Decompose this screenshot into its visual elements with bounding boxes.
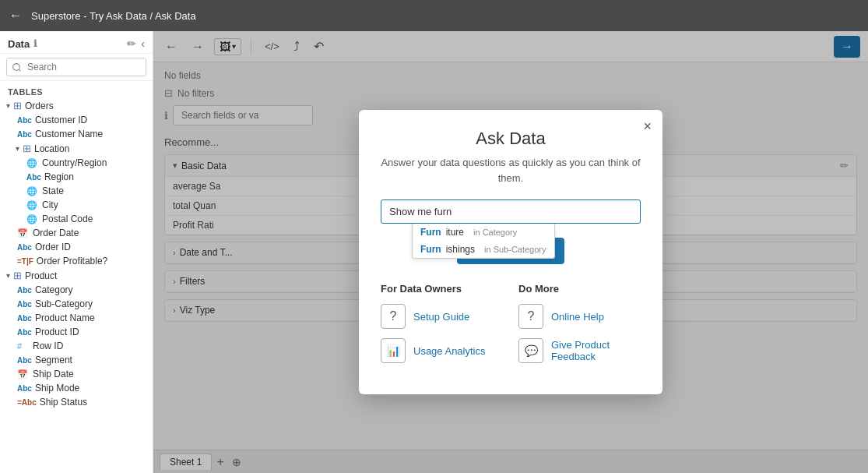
field-product-name[interactable]: Abc Product Name — [0, 311, 153, 325]
data-label: Data — [8, 38, 30, 50]
globe-icon: 🌐 — [26, 158, 39, 168]
usage-analytics-link[interactable]: 📊 Usage Analytics — [381, 338, 503, 363]
field-ship-mode[interactable]: Abc Ship Mode — [0, 381, 153, 395]
autocomplete-rest: iture — [446, 227, 464, 238]
field-label: Country/Region — [42, 157, 107, 168]
field-customer-name[interactable]: Abc Customer Name — [0, 127, 153, 141]
abc-icon: Abc — [17, 243, 32, 252]
modal-close-button[interactable]: × — [643, 119, 652, 133]
field-sub-category[interactable]: Abc Sub-Category — [0, 297, 153, 311]
field-ship-date[interactable]: 📅 Ship Date — [0, 367, 153, 381]
field-region[interactable]: Abc Region — [0, 170, 153, 184]
sidebar-search — [0, 54, 153, 81]
field-label: Order Profitable? — [37, 256, 107, 267]
abc-icon: Abc — [17, 116, 32, 125]
give-feedback-icon: 💬 — [518, 338, 543, 363]
field-order-profitable[interactable]: =T|F Order Profitable? — [0, 254, 153, 268]
field-product-id[interactable]: Abc Product ID — [0, 325, 153, 339]
give-feedback-link[interactable]: 💬 Give Product Feedback — [518, 338, 641, 363]
sidebar: Data ℹ ✏ ‹ Tables ▾ ⊞ Orders Abc Custome… — [0, 31, 153, 473]
sidebar-header-label: Data ℹ — [8, 38, 37, 50]
field-label: Product Name — [35, 312, 95, 323]
field-label: Segment — [35, 355, 72, 365]
field-postal-code[interactable]: 🌐 Postal Code — [0, 212, 153, 226]
sidebar-scroll: Tables ▾ ⊞ Orders Abc Customer ID Abc Cu… — [0, 81, 153, 473]
content-area: ← → 🖼 ▾ </> ⤴ ↶ → No fields ⊟ No filters… — [153, 31, 868, 473]
field-label: Order ID — [35, 242, 71, 252]
abc-icon: Abc — [17, 286, 32, 295]
hash-icon: # — [17, 341, 30, 351]
field-label: Order Date — [33, 228, 79, 238]
abc-icon: Abc — [17, 314, 32, 323]
online-help-link[interactable]: ? Online Help — [518, 304, 641, 329]
field-label: Ship Mode — [35, 383, 79, 394]
sidebar-header: Data ℹ ✏ ‹ — [0, 31, 153, 54]
product-group-icon: ⊞ — [13, 270, 22, 281]
autocomplete-category-2: in Sub-Category — [484, 245, 546, 254]
globe-icon: 🌐 — [26, 214, 39, 224]
abc-icon: Abc — [17, 300, 32, 309]
field-label: Region — [44, 171, 74, 182]
info-icon[interactable]: ℹ — [33, 38, 37, 49]
modal-search-container: Furniture in Category Furnishings in Sub… — [381, 199, 641, 224]
online-help-icon: ? — [518, 304, 543, 329]
field-ship-status[interactable]: =Abc Ship Status — [0, 395, 153, 409]
edit-icon[interactable]: ✏ — [127, 37, 136, 50]
autocomplete-item-furnishings[interactable]: Furnishings in Sub-Category — [413, 241, 554, 258]
topbar: ← Superstore - Try Ask Data / Ask Data — [0, 0, 868, 31]
globe-icon: 🌐 — [26, 186, 39, 196]
setup-guide-link[interactable]: ? Setup Guide — [381, 304, 503, 329]
for-data-owners-title: For Data Owners — [381, 283, 503, 295]
field-label: Postal Code — [42, 214, 93, 224]
field-order-id[interactable]: Abc Order ID — [0, 240, 153, 254]
habc-icon: =Abc — [17, 398, 37, 407]
field-state[interactable]: 🌐 State — [0, 184, 153, 198]
abc-icon: Abc — [17, 328, 32, 337]
field-label: Sub-Category — [35, 298, 93, 309]
autocomplete-item-furniture[interactable]: Furniture in Category — [413, 224, 554, 241]
back-icon[interactable]: ← — [9, 9, 22, 23]
field-country-region[interactable]: 🌐 Country/Region — [0, 156, 153, 170]
setup-guide-label: Setup Guide — [413, 311, 469, 323]
orders-group-icon: ⊞ — [13, 100, 22, 111]
field-city[interactable]: 🌐 City — [0, 198, 153, 212]
search-input[interactable] — [6, 58, 146, 76]
usage-analytics-label: Usage Analytics — [413, 345, 486, 357]
autocomplete-rest-2: ishings — [446, 244, 475, 255]
field-segment[interactable]: Abc Segment — [0, 353, 153, 367]
setup-guide-icon: ? — [381, 304, 406, 329]
orders-group-header[interactable]: ▾ ⊞ Orders — [0, 98, 153, 113]
product-group-label: Product — [25, 270, 57, 281]
location-group-label: Location — [34, 143, 69, 154]
field-label: Row ID — [33, 341, 63, 351]
modal-subtitle: Answer your data questions as quickly as… — [381, 155, 641, 185]
globe-icon: 🌐 — [26, 200, 39, 210]
location-group-header[interactable]: ▾ ⊞ Location — [0, 141, 153, 156]
field-customer-id[interactable]: Abc Customer ID — [0, 113, 153, 127]
do-more-title: Do More — [518, 283, 641, 295]
autocomplete-category: in Category — [473, 228, 517, 237]
location-group-icon: ⊞ — [23, 143, 31, 154]
modal-search-input[interactable] — [381, 199, 641, 224]
ask-data-modal: × Ask Data Answer your data questions as… — [359, 110, 662, 394]
product-group-header[interactable]: ▾ ⊞ Product — [0, 268, 153, 283]
field-order-date[interactable]: 📅 Order Date — [0, 226, 153, 240]
main-layout: Data ℹ ✏ ‹ Tables ▾ ⊞ Orders Abc Custome… — [0, 31, 868, 473]
orders-group-label: Orders — [25, 101, 54, 111]
collapse-icon[interactable]: ‹ — [141, 37, 145, 50]
field-label: Category — [35, 284, 73, 295]
calendar-icon: 📅 — [17, 228, 30, 238]
modal-title: Ask Data — [381, 129, 641, 149]
modal-links-right: Do More ? Online Help 💬 Give Product Fee… — [518, 283, 641, 372]
autocomplete-match: Furn — [420, 227, 441, 238]
tables-label: Tables — [0, 84, 153, 98]
modal-links-left: For Data Owners ? Setup Guide 📊 Usage An… — [381, 283, 503, 372]
field-label: Customer Name — [35, 129, 103, 139]
field-row-id[interactable]: # Row ID — [0, 339, 153, 353]
field-category[interactable]: Abc Category — [0, 283, 153, 297]
usage-analytics-icon: 📊 — [381, 338, 406, 363]
field-label: State — [42, 185, 64, 196]
field-label: Product ID — [35, 327, 79, 337]
product-toggle-icon: ▾ — [6, 271, 10, 280]
modal-links: For Data Owners ? Setup Guide 📊 Usage An… — [381, 283, 641, 372]
